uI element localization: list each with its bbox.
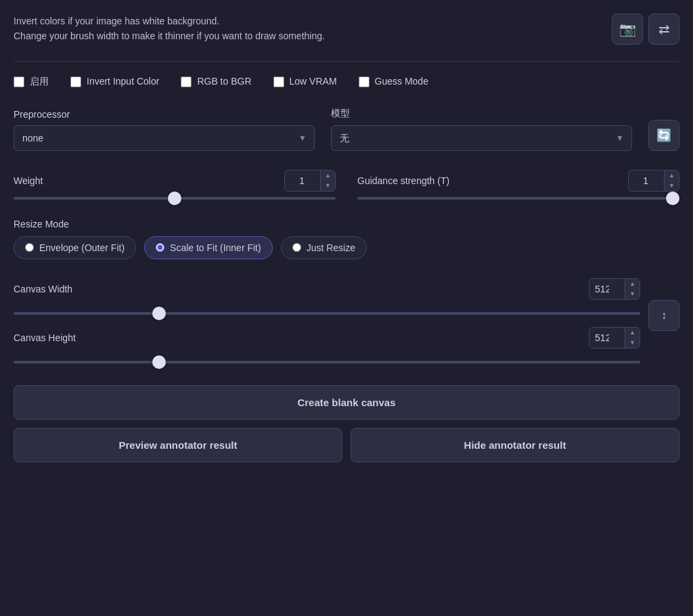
- resize-envelope-option[interactable]: Envelope (Outer Fit): [14, 236, 136, 259]
- info-line2: Change your brush width to make it thinn…: [14, 28, 325, 43]
- top-bar: Invert colors if your image has white ba…: [14, 14, 679, 45]
- resize-scale-label: Scale to Fit (Inner Fit): [170, 242, 261, 253]
- canvas-height-up-btn[interactable]: ▲: [625, 328, 640, 338]
- low-vram-label: Low VRAM: [290, 75, 337, 89]
- divider1: [14, 61, 679, 62]
- preprocessor-label: Preprocessor: [14, 109, 315, 120]
- low-vram-checkbox-item[interactable]: Low VRAM: [273, 75, 337, 89]
- enable-checkbox[interactable]: [14, 76, 24, 87]
- weight-spinner: ▲ ▼: [320, 171, 335, 191]
- weight-up-btn[interactable]: ▲: [321, 171, 335, 181]
- canvas-width-slider[interactable]: [14, 312, 640, 315]
- resize-scale-option[interactable]: Scale to Fit (Inner Fit): [144, 236, 273, 259]
- rgb-to-bgr-label: RGB to BGR: [197, 75, 251, 89]
- guess-mode-checkbox[interactable]: [359, 76, 370, 87]
- preprocessor-select-wrapper: none canny depth openpose scribble ▼: [14, 125, 315, 151]
- invert-input-color-checkbox-item[interactable]: Invert Input Color: [70, 75, 159, 89]
- weight-guidance-row: Weight ▲ ▼ Guidance strength (T) ▲ ▼: [14, 170, 679, 200]
- canvas-width-row: Canvas Width ▲ ▼: [14, 278, 640, 317]
- model-label: 模型: [331, 108, 632, 120]
- checkboxes-row: 启用 Invert Input Color RGB to BGR Low VRA…: [14, 75, 679, 89]
- resize-mode-label: Resize Mode: [14, 219, 679, 229]
- guidance-label: Guidance strength (T): [357, 175, 449, 186]
- swap-button[interactable]: ⇄: [648, 14, 679, 45]
- canvas-height-row: Canvas Height ▲ ▼: [14, 327, 640, 366]
- camera-button[interactable]: 📷: [612, 14, 643, 45]
- canvas-width-up-btn[interactable]: ▲: [625, 279, 640, 289]
- guidance-down-btn[interactable]: ▼: [665, 181, 679, 191]
- weight-down-btn[interactable]: ▼: [321, 181, 335, 191]
- refresh-model-button[interactable]: 🔄: [648, 120, 679, 151]
- resize-mode-section: Resize Mode Envelope (Outer Fit) Scale t…: [14, 219, 679, 259]
- swap-dimensions-button[interactable]: ↕: [648, 300, 679, 331]
- guidance-up-btn[interactable]: ▲: [665, 171, 679, 181]
- guidance-input[interactable]: [629, 171, 664, 190]
- bottom-btn-row: Preview annotator result Hide annotator …: [14, 428, 679, 462]
- rgb-to-bgr-checkbox[interactable]: [181, 76, 192, 87]
- canvas-width-label: Canvas Width: [14, 284, 72, 294]
- preprocessor-model-row: Preprocessor none canny depth openpose s…: [14, 108, 679, 151]
- canvas-height-input-wrapper: ▲ ▼: [589, 327, 640, 349]
- weight-slider[interactable]: [14, 197, 336, 200]
- resize-scale-radio[interactable]: [156, 243, 164, 252]
- canvas-height-label: Canvas Height: [14, 332, 76, 343]
- guidance-input-wrapper: ▲ ▼: [628, 170, 679, 192]
- preprocessor-select[interactable]: none canny depth openpose scribble: [14, 125, 315, 151]
- enable-checkbox-item[interactable]: 启用: [14, 75, 49, 89]
- resize-envelope-radio[interactable]: [25, 243, 34, 252]
- canvas-height-header: Canvas Height ▲ ▼: [14, 327, 640, 349]
- canvas-width-input[interactable]: [589, 280, 625, 299]
- preprocessor-group: Preprocessor none canny depth openpose s…: [14, 109, 315, 151]
- resize-just-option[interactable]: Just Resize: [281, 236, 367, 259]
- weight-input[interactable]: [285, 171, 320, 190]
- model-group: 模型 无 control_v11p_sd15_canny control_v11…: [331, 108, 632, 151]
- hide-annotator-button[interactable]: Hide annotator result: [351, 428, 679, 462]
- canvas-width-spinner: ▲ ▼: [625, 279, 640, 299]
- weight-group: Weight ▲ ▼: [14, 170, 336, 200]
- resize-just-radio[interactable]: [292, 243, 301, 252]
- guess-mode-checkbox-item[interactable]: Guess Mode: [359, 75, 428, 89]
- guidance-group: Guidance strength (T) ▲ ▼: [357, 170, 679, 200]
- canvas-fields: Canvas Width ▲ ▼ Canvas Height ▲: [14, 278, 640, 366]
- resize-mode-radio-group: Envelope (Outer Fit) Scale to Fit (Inner…: [14, 236, 679, 259]
- guess-mode-label: Guess Mode: [375, 75, 428, 89]
- guidance-spinner: ▲ ▼: [664, 171, 679, 191]
- canvas-height-down-btn[interactable]: ▼: [625, 338, 640, 348]
- preview-annotator-button[interactable]: Preview annotator result: [14, 428, 342, 462]
- model-select-wrapper: 无 control_v11p_sd15_canny control_v11f1p…: [331, 125, 632, 151]
- rgb-to-bgr-checkbox-item[interactable]: RGB to BGR: [181, 75, 251, 89]
- canvas-outer-row: Canvas Width ▲ ▼ Canvas Height ▲: [14, 278, 679, 366]
- weight-input-wrapper: ▲ ▼: [284, 170, 336, 192]
- invert-input-color-label: Invert Input Color: [87, 75, 159, 89]
- info-text: Invert colors if your image has white ba…: [14, 14, 325, 44]
- canvas-height-slider[interactable]: [14, 361, 640, 364]
- weight-header: Weight ▲ ▼: [14, 170, 336, 192]
- enable-label: 启用: [30, 75, 49, 89]
- model-select[interactable]: 无 control_v11p_sd15_canny control_v11f1p…: [331, 125, 632, 151]
- canvas-height-spinner: ▲ ▼: [625, 328, 640, 348]
- canvas-width-input-wrapper: ▲ ▼: [589, 278, 640, 300]
- buttons-section: Create blank canvas Preview annotator re…: [14, 385, 679, 462]
- top-buttons: 📷 ⇄: [612, 14, 679, 45]
- resize-envelope-label: Envelope (Outer Fit): [39, 242, 125, 253]
- canvas-width-down-btn[interactable]: ▼: [625, 289, 640, 299]
- canvas-width-header: Canvas Width ▲ ▼: [14, 278, 640, 300]
- low-vram-checkbox[interactable]: [273, 76, 284, 87]
- resize-just-label: Just Resize: [307, 242, 355, 253]
- guidance-slider[interactable]: [357, 197, 679, 200]
- info-line1: Invert colors if your image has white ba…: [14, 14, 325, 28]
- canvas-height-input[interactable]: [589, 328, 625, 347]
- guidance-header: Guidance strength (T) ▲ ▼: [357, 170, 679, 192]
- invert-input-color-checkbox[interactable]: [70, 76, 81, 87]
- weight-label: Weight: [14, 175, 43, 186]
- create-blank-canvas-button[interactable]: Create blank canvas: [14, 385, 679, 420]
